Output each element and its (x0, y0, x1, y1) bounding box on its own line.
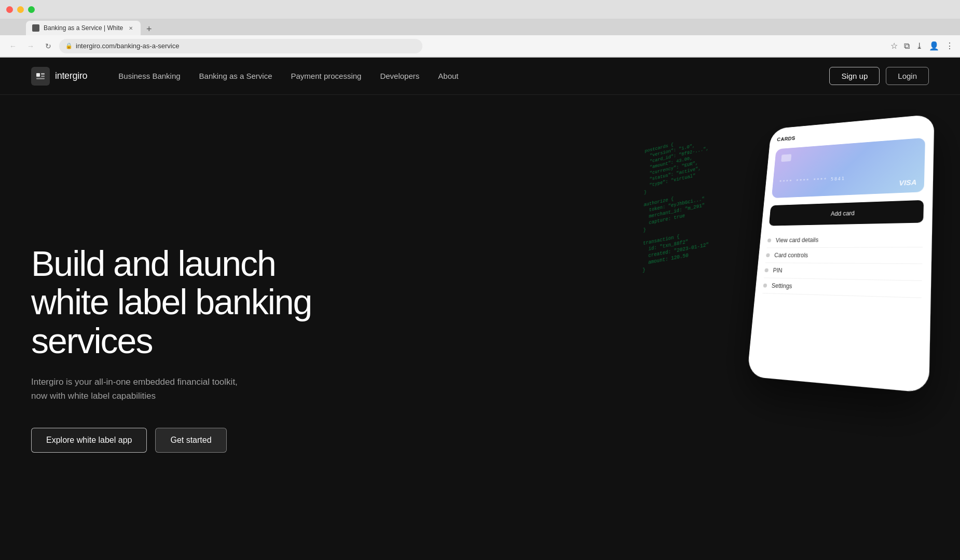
lock-icon: 🔒 (65, 43, 73, 49)
maximize-window-button[interactable] (28, 6, 35, 13)
hero-buttons: Explore white label app Get started (31, 428, 332, 453)
nav-developers[interactable]: Developers (380, 72, 419, 80)
svg-rect-0 (36, 73, 40, 77)
phone-screen: CARDS **** **** **** 5841 VISA Add card … (747, 114, 935, 393)
menu-item-label: Settings (771, 282, 792, 289)
extensions-icon[interactable]: ⧉ (904, 41, 910, 51)
hero-section: Build and launch white label banking ser… (0, 95, 960, 560)
hero-content: Build and launch white label banking ser… (31, 244, 332, 453)
navbar: intergiro Business Banking Banking as a … (0, 58, 960, 95)
download-icon[interactable]: ⤓ (916, 41, 923, 51)
browser-tab-active[interactable]: Banking as a Service | White ✕ (26, 21, 141, 35)
login-button[interactable]: Login (886, 67, 929, 85)
card-logo: VISA (899, 178, 916, 187)
browser-tabs: Banking as a Service | White ✕ + (0, 19, 960, 35)
svg-rect-2 (41, 76, 45, 77)
menu-item-label: Card controls (774, 252, 808, 259)
get-started-button[interactable]: Get started (155, 428, 226, 453)
menu-item-label: View card details (775, 236, 818, 244)
nav-payment-processing[interactable]: Payment processing (291, 72, 362, 80)
new-tab-button[interactable]: + (143, 23, 155, 35)
menu-item-settings: Settings (762, 278, 922, 298)
toolbar-right: ☆ ⧉ ⤓ 👤 ⋮ (890, 41, 954, 51)
tab-title: Banking as a Service | White (44, 24, 123, 32)
url-bar[interactable]: 🔒 intergiro.com/banking-as-a-service (59, 39, 422, 53)
nav-banking-as-a-service[interactable]: Banking as a Service (199, 72, 272, 80)
hero-visual: postcards { "version": "1.0", "card_id":… (607, 105, 960, 390)
back-button[interactable]: ← (6, 39, 20, 53)
card-visual: **** **** **** 5841 VISA (772, 138, 925, 199)
logo[interactable]: intergiro (31, 67, 87, 86)
reload-button[interactable]: ↻ (42, 39, 55, 53)
signup-button[interactable]: Sign up (829, 67, 880, 85)
nav-links: Business Banking Banking as a Service Pa… (118, 72, 829, 80)
menu-dot-icon (763, 284, 767, 288)
profile-icon[interactable]: 👤 (929, 41, 939, 51)
phone-mockup: CARDS **** **** **** 5841 VISA Add card … (747, 114, 935, 393)
svg-rect-1 (41, 73, 45, 75)
minimize-window-button[interactable] (17, 6, 24, 13)
menu-item-label: PIN (773, 267, 783, 274)
hero-title: Build and launch white label banking ser… (31, 244, 332, 360)
browser-titlebar (0, 0, 960, 19)
nav-actions: Sign up Login (829, 67, 929, 85)
nav-about[interactable]: About (438, 72, 458, 80)
tab-favicon (32, 24, 39, 32)
svg-rect-3 (36, 78, 45, 79)
menu-dot-icon (767, 239, 772, 242)
bookmark-icon[interactable]: ☆ (890, 41, 898, 51)
explore-button[interactable]: Explore white label app (31, 428, 147, 453)
menu-item-card-controls: Card controls (765, 247, 923, 264)
menu-dot-icon (764, 268, 769, 272)
forward-button[interactable]: → (24, 39, 37, 53)
card-number: **** **** **** 5841 (779, 176, 845, 185)
menu-icon[interactable]: ⋮ (945, 41, 954, 51)
tab-close-button[interactable]: ✕ (127, 24, 134, 32)
logo-icon (31, 67, 50, 86)
menu-dot-icon (766, 254, 770, 257)
logo-text: intergiro (55, 71, 87, 81)
browser-toolbar: ← → ↻ 🔒 intergiro.com/banking-as-a-servi… (0, 35, 960, 57)
card-chip (781, 154, 791, 162)
close-window-button[interactable] (6, 6, 13, 13)
add-card-button[interactable]: Add card (769, 200, 924, 226)
browser-chrome: Banking as a Service | White ✕ + ← → ↻ 🔒… (0, 0, 960, 58)
hero-subtitle: Intergiro is your all-in-one embedded fi… (31, 375, 249, 403)
menu-item-view-card: View card details (767, 231, 923, 248)
nav-business-banking[interactable]: Business Banking (118, 72, 180, 80)
url-text: intergiro.com/banking-as-a-service (76, 42, 179, 50)
website: intergiro Business Banking Banking as a … (0, 58, 960, 560)
